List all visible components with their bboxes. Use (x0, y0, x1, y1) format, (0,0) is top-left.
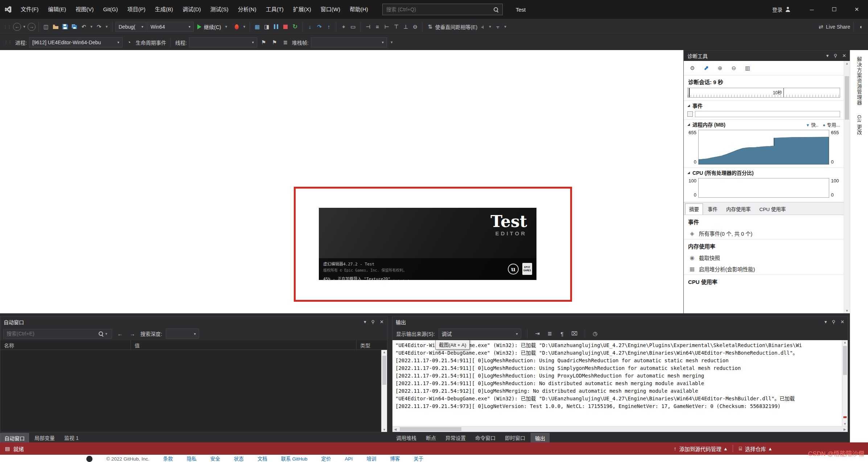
window-position-icon[interactable]: ▾ (826, 53, 829, 58)
search-input[interactable] (386, 7, 493, 12)
menu-build[interactable]: 生成(B) (150, 0, 178, 19)
menu-project[interactable]: 项目(P) (123, 0, 150, 19)
scrollbar-thumb[interactable] (843, 346, 847, 375)
navigate-back-icon[interactable]: ← (13, 23, 21, 31)
close-icon[interactable]: ✕ (842, 53, 846, 58)
sign-in-button[interactable]: 登录 (772, 6, 790, 13)
take-snapshot-button[interactable]: ◉ 截取快照 (684, 252, 844, 263)
live-share-icon[interactable]: ⇄ (816, 22, 825, 32)
quick-search-box[interactable] (382, 4, 503, 15)
new-window-icon[interactable]: ◫ (42, 22, 50, 32)
window-position-icon[interactable]: ▾ (364, 319, 366, 325)
scroll-down-icon[interactable]: ▼ (842, 422, 848, 426)
tab-immediate-window[interactable]: 即时窗口 (501, 433, 529, 442)
step-over-icon[interactable]: ↷ (315, 22, 324, 32)
scroll-down-icon[interactable]: ▼ (844, 309, 850, 313)
tab-git-changes[interactable]: Git 更改 (856, 115, 863, 135)
add-source-control-button[interactable]: ↑ 添加到源代码管理 ▴ (674, 445, 727, 453)
memory-section-header[interactable]: ◢ 进程内存 (MB) ▼ 快.. ● 专用... (684, 119, 844, 129)
link-pricing[interactable]: 定价 (321, 455, 331, 462)
pin-icon[interactable]: ⚲ (371, 319, 375, 325)
output-log[interactable]: 截图(Alt + A) "UE4Editor-Win64-DebugGame.e… (392, 340, 848, 426)
menu-debug[interactable]: 调试(D) (178, 0, 206, 19)
equal-spacing-label[interactable]: 使垂直间距相等(E) (435, 23, 477, 30)
tab-command-window[interactable]: 命令窗口 (471, 433, 499, 442)
hot-reload-icon[interactable] (232, 22, 241, 32)
toolbar-overflow-icon[interactable]: ▾ (389, 38, 394, 47)
save-icon[interactable] (61, 22, 69, 32)
scrollbar-thumb[interactable] (845, 76, 849, 120)
stack-frame-dropdown[interactable]: ▾ (311, 37, 387, 48)
menu-extensions[interactable]: 扩展(X) (288, 0, 316, 19)
jump-to-icon[interactable]: ⇥ (533, 329, 542, 338)
tab-watch1[interactable]: 监视 1 (60, 433, 83, 442)
pin-icon[interactable]: ⚲ (834, 53, 838, 58)
events-section-header[interactable]: ◢ 事件 (684, 100, 844, 110)
zoom-in-icon[interactable]: ⊕ (716, 63, 724, 73)
zoom-out-icon[interactable]: ⊖ (411, 22, 419, 32)
feedback-icon[interactable]: ◖ (856, 22, 865, 32)
search-next-icon[interactable]: → (128, 329, 137, 338)
bounds-icon[interactable]: ▭ (349, 22, 357, 32)
search-prev-icon[interactable]: ← (116, 329, 124, 338)
autos-search-input[interactable] (7, 331, 98, 337)
process-dropdown[interactable]: [9612] UE4Editor-Win64-Debu ▾ (29, 37, 123, 48)
hot-reload-caret[interactable]: ▾ (242, 22, 247, 32)
step-out-icon[interactable]: ↑ (324, 22, 333, 32)
pin-icon[interactable]: ⚲ (832, 319, 836, 325)
tab-exception-settings[interactable]: 异常设置 (441, 433, 470, 442)
align-right-icon[interactable]: ⊢ (382, 22, 391, 32)
equal-spacing-icon[interactable]: ⇅ (425, 22, 434, 32)
scroll-down-icon[interactable]: ▼ (382, 428, 387, 432)
column-type[interactable]: 类型 (357, 340, 387, 350)
clear-all-icon[interactable]: ⌧ (570, 329, 579, 338)
output-source-dropdown[interactable]: 调试 ▾ (439, 329, 521, 339)
tab-memory-usage[interactable]: 内存使用率 (722, 203, 755, 215)
close-button[interactable]: ✕ (846, 0, 868, 19)
save-all-icon[interactable] (70, 22, 79, 32)
scrollbar-thumb[interactable] (400, 427, 461, 431)
link-security[interactable]: 安全 (210, 455, 220, 462)
autos-scrollbar[interactable]: ▲ ▼ (381, 350, 387, 432)
break-all-icon[interactable] (272, 22, 280, 32)
arrange-icon-1[interactable]: ⫞ (478, 22, 487, 32)
arrange-caret-1[interactable]: ▾ (488, 22, 493, 32)
timeline-ruler[interactable]: 10秒 (687, 88, 840, 98)
redo-caret[interactable]: ▾ (104, 22, 109, 32)
toolbar-grip-2[interactable]: ⋮⋮ (4, 40, 12, 45)
menu-window[interactable]: 窗口(W) (316, 0, 345, 19)
lifecycle-button[interactable]: 生命周期事件 (136, 39, 166, 46)
menu-git[interactable]: Git(G) (98, 0, 123, 19)
thread-dropdown[interactable]: ▾ (189, 37, 257, 48)
step-into-icon[interactable]: ↓ (305, 22, 314, 32)
autos-search-box[interactable]: ▾ (3, 329, 112, 339)
search-depth-dropdown[interactable]: ▾ (166, 329, 199, 339)
scroll-up-icon[interactable]: ▲ (842, 341, 848, 344)
enable-heap-button[interactable]: ▦ 启用堆分析(会影响性能) (684, 263, 844, 275)
lifecycle-icon[interactable]: ◔ (125, 38, 133, 47)
flag-icon-2[interactable]: ⚑ (270, 38, 279, 47)
scroll-right-icon[interactable]: ▶ (842, 428, 848, 431)
arrange-caret-2[interactable]: ▾ (503, 22, 508, 32)
tab-solution-explorer[interactable]: 解决方案资源管理器 (856, 57, 863, 106)
navigate-forward-icon[interactable]: → (28, 23, 36, 31)
window-position-icon[interactable]: ▾ (824, 319, 827, 325)
platform-dropdown[interactable]: Win64 ▾ (147, 22, 194, 32)
windows-list-icon[interactable]: ◨ (262, 22, 271, 32)
undo-icon[interactable]: ↶ (79, 22, 88, 32)
toolbar-grip[interactable]: ⋮⋮ (3, 24, 11, 29)
output-hscrollbar[interactable]: ◀ ▶ (392, 426, 848, 432)
cpu-section-header[interactable]: ◢ CPU (所有处理器的百分比) (684, 168, 844, 177)
close-icon[interactable]: ✕ (840, 319, 844, 325)
link-api[interactable]: API (345, 455, 353, 462)
zoom-out-icon[interactable]: ⊖ (729, 63, 738, 73)
link-terms[interactable]: 条款 (163, 455, 173, 462)
settings-gear-icon[interactable]: ⚙ (688, 63, 697, 73)
scroll-up-icon[interactable]: ▲ (844, 62, 850, 65)
tab-summary[interactable]: 摘要 (685, 203, 703, 215)
message-list-icon[interactable]: ≣ (546, 329, 554, 338)
tab-breakpoints[interactable]: 断点 (422, 433, 440, 442)
column-name[interactable]: 名称 (0, 340, 131, 350)
restart-icon[interactable]: ↻ (291, 22, 299, 32)
browse-icon[interactable]: ▦ (253, 22, 262, 32)
